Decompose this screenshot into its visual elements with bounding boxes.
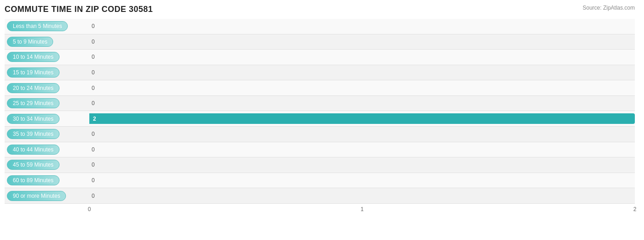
bar-label-container: 10 to 14 Minutes — [5, 50, 89, 63]
bar-label-container: 25 to 29 Minutes — [5, 97, 89, 110]
bar-row: 30 to 34 Minutes2 — [5, 111, 635, 127]
bar-value-area: 0 — [89, 34, 635, 50]
bar-label-pill: 15 to 19 Minutes — [7, 67, 60, 78]
bar-label-container: 15 to 19 Minutes — [5, 66, 89, 79]
bar-value-label: 0 — [92, 131, 95, 137]
chart-inner: Less than 5 Minutes05 to 9 Minutes010 to… — [5, 19, 635, 218]
bar-row: 20 to 24 Minutes0 — [5, 80, 635, 96]
bar-label-pill: Less than 5 Minutes — [7, 21, 68, 31]
bar-row: 25 to 29 Minutes0 — [5, 96, 635, 112]
bar-value-label: 2 — [93, 116, 96, 122]
bar-value-label: 0 — [92, 177, 95, 184]
bar-value-area: 0 — [89, 173, 635, 188]
bar-label-pill: 30 to 34 Minutes — [7, 114, 60, 124]
bar-row: 15 to 19 Minutes0 — [5, 65, 635, 81]
bar-label-container: 45 to 59 Minutes — [5, 158, 89, 171]
bar-value-label: 0 — [92, 193, 95, 199]
bar-value-area: 0 — [89, 188, 635, 203]
bar-label-container: 30 to 34 Minutes — [5, 112, 89, 125]
bar-label-pill: 20 to 24 Minutes — [7, 83, 60, 93]
x-axis-label: 2 — [633, 206, 637, 212]
bar-row: 5 to 9 Minutes0 — [5, 34, 635, 50]
bar-value-label: 0 — [92, 23, 95, 29]
bar-label-container: 90 or more Minutes — [5, 190, 89, 202]
bar-label-pill: 60 to 89 Minutes — [7, 175, 60, 185]
bar-value-label: 0 — [92, 146, 95, 153]
bar-label-container: 60 to 89 Minutes — [5, 174, 89, 187]
bar-label-container: 5 to 9 Minutes — [5, 35, 89, 48]
bar-value-area: 0 — [89, 80, 635, 95]
bar-row: 90 or more Minutes0 — [5, 188, 635, 204]
bar-label-container: 40 to 44 Minutes — [5, 143, 89, 156]
bar-value-label: 0 — [92, 54, 95, 60]
bar-value-label: 0 — [92, 39, 95, 45]
bar-row: 45 to 59 Minutes0 — [5, 157, 635, 173]
bar-row: 40 to 44 Minutes0 — [5, 142, 635, 158]
chart-container: COMMUTE TIME IN ZIP CODE 30581 Source: Z… — [0, 0, 644, 240]
bar-value-area: 0 — [89, 19, 635, 34]
bar-value-area: 0 — [89, 142, 635, 157]
bar-value-area: 0 — [89, 50, 635, 65]
bar-row: 60 to 89 Minutes0 — [5, 173, 635, 189]
bar-row: Less than 5 Minutes0 — [5, 19, 635, 34]
x-axis-label: 0 — [88, 206, 91, 212]
bar-label-pill: 25 to 29 Minutes — [7, 98, 60, 108]
bar-value-area: 2 — [89, 111, 635, 126]
bar-label-container: Less than 5 Minutes — [5, 20, 89, 33]
bar-value-label: 0 — [92, 100, 95, 106]
bar-value-area: 0 — [89, 96, 635, 111]
bar-value-area: 0 — [89, 65, 635, 80]
bar-label-container: 35 to 39 Minutes — [5, 128, 89, 140]
bar-label-pill: 40 to 44 Minutes — [7, 145, 60, 155]
bar-label-pill: 5 to 9 Minutes — [7, 37, 53, 47]
bar-fill: 2 — [89, 113, 635, 124]
chart-title: COMMUTE TIME IN ZIP CODE 30581 — [5, 5, 635, 14]
bar-label-pill: 45 to 59 Minutes — [7, 160, 60, 170]
bar-row: 35 to 39 Minutes0 — [5, 127, 635, 142]
x-axis-label: 1 — [360, 206, 364, 212]
bar-label-pill: 90 or more Minutes — [7, 191, 66, 201]
bar-value-label: 0 — [92, 162, 95, 168]
bar-label-container: 20 to 24 Minutes — [5, 82, 89, 95]
x-axis: 012 — [89, 206, 635, 215]
bar-label-pill: 35 to 39 Minutes — [7, 129, 60, 139]
source-label: Source: ZipAtlas.com — [583, 5, 635, 11]
bar-value-area: 0 — [89, 157, 635, 173]
bar-label-pill: 10 to 14 Minutes — [7, 52, 60, 62]
bar-chart: Less than 5 Minutes05 to 9 Minutes010 to… — [5, 19, 635, 204]
bar-value-label: 0 — [92, 85, 95, 91]
bar-row: 10 to 14 Minutes0 — [5, 50, 635, 65]
bar-value-label: 0 — [92, 69, 95, 76]
bar-value-area: 0 — [89, 127, 635, 142]
